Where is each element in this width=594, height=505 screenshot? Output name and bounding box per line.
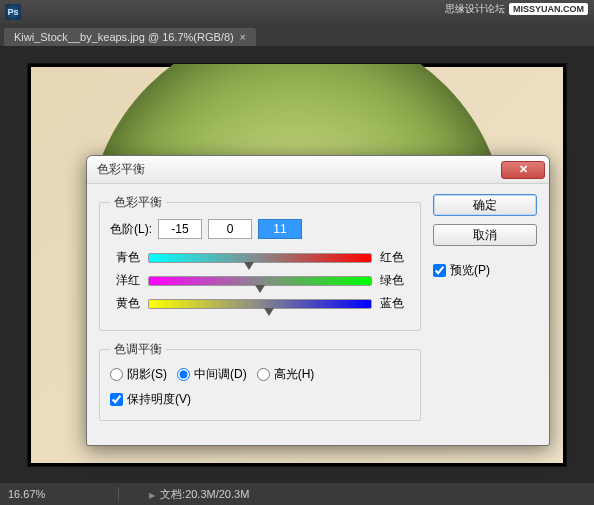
document-tabstrip: Kiwi_Stock__by_keaps.jpg @ 16.7%(RGB/8) … bbox=[0, 24, 594, 46]
dialog-title: 色彩平衡 bbox=[97, 161, 145, 178]
preserve-luminosity-checkbox[interactable] bbox=[110, 393, 123, 406]
slider-thumb-2[interactable] bbox=[264, 308, 274, 316]
slider-left-label-1: 洋红 bbox=[110, 272, 140, 289]
watermark-text: 思缘设计论坛 bbox=[445, 2, 505, 16]
tone-shadows-option[interactable]: 阴影(S) bbox=[110, 366, 167, 383]
slider-left-label-2: 黄色 bbox=[110, 295, 140, 312]
doc-size-label: 文档: bbox=[160, 488, 185, 500]
slider-right-label-2: 蓝色 bbox=[380, 295, 410, 312]
tone-highlights-radio[interactable] bbox=[257, 368, 270, 381]
slider-magenta-green: 洋红 绿色 bbox=[110, 272, 410, 289]
doc-size: ▶ 文档:20.3M/20.3M bbox=[149, 487, 249, 502]
preserve-luminosity-label: 保持明度(V) bbox=[127, 391, 191, 408]
preview-option[interactable]: 预览(P) bbox=[433, 262, 537, 279]
slider-track-1[interactable] bbox=[148, 276, 372, 286]
tone-midtones-radio[interactable] bbox=[177, 368, 190, 381]
tone-shadows-radio[interactable] bbox=[110, 368, 123, 381]
slider-track-0[interactable] bbox=[148, 253, 372, 263]
slider-yellow-blue: 黄色 蓝色 bbox=[110, 295, 410, 312]
slider-track-2[interactable] bbox=[148, 299, 372, 309]
photoshop-icon: Ps bbox=[5, 4, 21, 20]
status-separator bbox=[118, 487, 119, 501]
slider-thumb-1[interactable] bbox=[255, 285, 265, 293]
color-balance-group: 色彩平衡 色阶(L): 青色 红色 洋红 绿色 bbox=[99, 194, 421, 331]
preview-label: 预览(P) bbox=[450, 262, 490, 279]
level-input-0[interactable] bbox=[158, 219, 202, 239]
tone-balance-group: 色调平衡 阴影(S) 中间调(D) 高光(H) bbox=[99, 341, 421, 421]
tone-balance-legend: 色调平衡 bbox=[110, 341, 166, 358]
level-input-1[interactable] bbox=[208, 219, 252, 239]
color-balance-dialog: 色彩平衡 ✕ 色彩平衡 色阶(L): 青色 红色 bbox=[86, 155, 550, 446]
slider-right-label-1: 绿色 bbox=[380, 272, 410, 289]
close-icon: ✕ bbox=[519, 163, 528, 176]
tone-highlights-label: 高光(H) bbox=[274, 366, 315, 383]
tone-midtones-label: 中间调(D) bbox=[194, 366, 247, 383]
level-input-2[interactable] bbox=[258, 219, 302, 239]
status-bar: 16.67% ▶ 文档:20.3M/20.3M bbox=[0, 483, 594, 505]
close-tab-icon[interactable]: × bbox=[240, 32, 246, 43]
document-tab[interactable]: Kiwi_Stock__by_keaps.jpg @ 16.7%(RGB/8) … bbox=[4, 28, 256, 46]
dialog-close-button[interactable]: ✕ bbox=[501, 161, 545, 179]
ok-button[interactable]: 确定 bbox=[433, 194, 537, 216]
doc-size-value: 20.3M/20.3M bbox=[185, 488, 249, 500]
cancel-button[interactable]: 取消 bbox=[433, 224, 537, 246]
color-balance-legend: 色彩平衡 bbox=[110, 194, 166, 211]
disclosure-triangle-icon[interactable]: ▶ bbox=[149, 491, 155, 500]
slider-right-label-0: 红色 bbox=[380, 249, 410, 266]
tone-shadows-label: 阴影(S) bbox=[127, 366, 167, 383]
tone-midtones-option[interactable]: 中间调(D) bbox=[177, 366, 247, 383]
slider-cyan-red: 青色 红色 bbox=[110, 249, 410, 266]
watermark-logo: MISSYUAN.COM bbox=[509, 3, 588, 15]
preview-checkbox[interactable] bbox=[433, 264, 446, 277]
slider-left-label-0: 青色 bbox=[110, 249, 140, 266]
levels-label: 色阶(L): bbox=[110, 221, 152, 238]
tone-highlights-option[interactable]: 高光(H) bbox=[257, 366, 315, 383]
watermark: 思缘设计论坛 MISSYUAN.COM bbox=[445, 2, 588, 16]
slider-thumb-0[interactable] bbox=[244, 262, 254, 270]
dialog-titlebar[interactable]: 色彩平衡 ✕ bbox=[87, 156, 549, 184]
document-tab-label: Kiwi_Stock__by_keaps.jpg @ 16.7%(RGB/8) bbox=[14, 31, 234, 43]
zoom-level[interactable]: 16.67% bbox=[8, 488, 88, 500]
preserve-luminosity-option[interactable]: 保持明度(V) bbox=[110, 391, 410, 408]
